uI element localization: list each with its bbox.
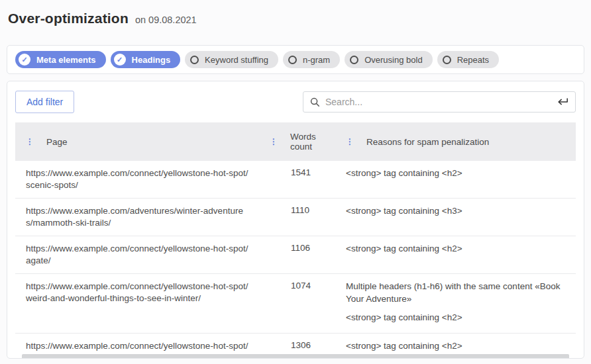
reasons-cell: Multiple headers (h1-h6) with the same c… (335, 274, 576, 334)
radio-circle-icon (443, 56, 451, 64)
radio-circle-icon (190, 56, 199, 64)
table-row[interactable]: https://www.example.com/connect/yellowst… (15, 161, 576, 199)
filter-chips-bar: ✓ Meta elements ✓ Headings Keyword stuff… (7, 45, 584, 74)
table-header-row: ⋮ Page ⋮ Words count ⋮ Reasons for spam … (15, 122, 576, 161)
enter-arrow-icon[interactable] (557, 97, 568, 107)
reason-text: <strong> tag containing <h3> (346, 205, 566, 218)
cutoff-footer-bar (22, 354, 569, 359)
page-date: on 09.08.2021 (135, 15, 197, 25)
column-dots-icon[interactable]: ⋮ (26, 138, 34, 146)
table-row[interactable]: https://www.example.com/connect/yellowst… (15, 236, 576, 274)
reason-text: <strong> tag containing <h2> (346, 243, 566, 255)
words-count-cell: 1106 (259, 236, 335, 273)
search-icon (310, 97, 320, 107)
filter-chip[interactable]: Keyword stuffing (185, 51, 278, 68)
table-body: https://www.example.com/connect/yellowst… (15, 161, 576, 359)
page-url-cell: https://www.example.com/connect/yellowst… (15, 274, 259, 334)
table-row[interactable]: https://www.example.com/connect/yellowst… (15, 274, 576, 334)
report-panel: Add filter ⋮ Page (7, 81, 584, 359)
page-url-cell: https://www.example.com/adventures/winte… (15, 199, 259, 236)
page-header: Over-optimization on 09.08.2021 (0, 0, 591, 26)
filter-chip-label: Keyword stuffing (205, 55, 268, 65)
column-header-label: Page (46, 137, 68, 147)
radio-circle-icon (350, 56, 358, 64)
reason-text: <strong> tag containing <h2> (346, 167, 566, 180)
page-title: Over-optimization (8, 11, 129, 26)
filter-chip[interactable]: Repeats (437, 51, 499, 68)
add-filter-button[interactable]: Add filter (15, 91, 74, 113)
check-icon: ✓ (114, 54, 126, 66)
filter-chip-label: n-gram (303, 55, 330, 65)
reasons-cell: <strong> tag containing <h2> (335, 161, 576, 198)
words-count-cell: 1074 (259, 274, 335, 334)
column-header-label: Words count (290, 132, 329, 152)
filter-chip[interactable]: ✓ Meta elements (15, 51, 106, 68)
reasons-cell: <strong> tag containing <h2> (335, 236, 576, 273)
column-header-label: Reasons for spam penalization (366, 137, 489, 147)
reason-text: <strong> tag containing <h2> (346, 340, 566, 353)
radio-circle-icon (288, 56, 297, 64)
column-header-page[interactable]: ⋮ Page (15, 122, 259, 161)
filter-chip[interactable]: ✓ Headings (111, 51, 181, 68)
column-header-reasons[interactable]: ⋮ Reasons for spam penalization (335, 122, 576, 161)
column-header-words-count[interactable]: ⋮ Words count (259, 122, 335, 161)
reasons-cell: <strong> tag containing <h3> (335, 199, 576, 236)
words-count-cell: 1110 (259, 199, 335, 236)
filter-chip[interactable]: Overusing bold (345, 51, 432, 68)
table-toolbar: Add filter (15, 91, 576, 113)
search-input[interactable] (325, 97, 551, 107)
filter-chip-label: Repeats (457, 55, 489, 65)
filter-chip-label: Meta elements (36, 55, 96, 65)
reason-text: Multiple headers (h1-h6) with the same c… (346, 281, 566, 306)
table-row[interactable]: https://www.example.com/adventures/winte… (15, 199, 576, 236)
column-dots-icon[interactable]: ⋮ (346, 138, 354, 146)
check-icon: ✓ (19, 54, 30, 66)
column-dots-icon[interactable]: ⋮ (270, 138, 278, 146)
page-url-cell: https://www.example.com/connect/yellowst… (15, 236, 259, 273)
filter-chip[interactable]: n-gram (283, 51, 340, 68)
words-count-cell: 1541 (259, 161, 335, 198)
search-box[interactable] (303, 91, 576, 113)
over-optimization-table: ⋮ Page ⋮ Words count ⋮ Reasons for spam … (15, 122, 576, 359)
filter-chip-label: Overusing bold (364, 55, 422, 65)
reason-text: <strong> tag containing <h2> (346, 312, 566, 324)
page-url-cell: https://www.example.com/connect/yellowst… (15, 161, 259, 198)
filter-chip-label: Headings (132, 55, 171, 65)
